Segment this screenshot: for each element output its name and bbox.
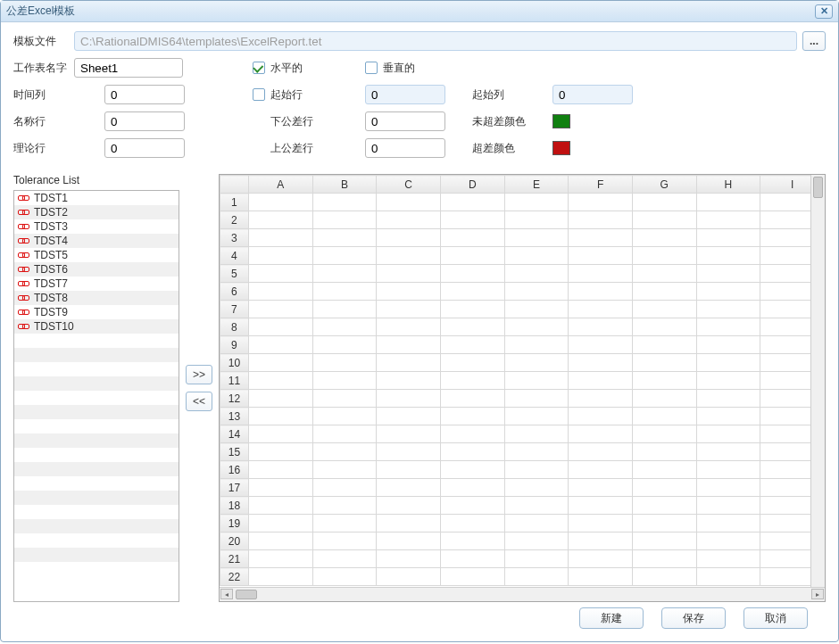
tolerance-list-item[interactable]: TDST7 [14,277,179,291]
cell[interactable] [632,461,696,479]
cell[interactable] [696,390,760,408]
cell[interactable] [504,336,569,354]
row-header[interactable]: 17 [220,479,249,497]
cell[interactable] [569,283,633,301]
row-header[interactable]: 11 [220,372,249,390]
column-header[interactable]: F [569,176,633,194]
cell[interactable] [569,265,633,283]
cell[interactable] [569,497,633,515]
start-row-input[interactable] [365,85,445,104]
cell[interactable] [632,443,696,461]
row-header[interactable]: 22 [220,568,249,586]
tolerance-list-item[interactable]: TDST6 [14,262,179,277]
cell[interactable] [440,497,504,515]
cell[interactable] [696,533,760,550]
row-header[interactable]: 10 [220,354,249,372]
spreadsheet[interactable]: ABCDEFGHI1234567891011121314151617181920… [219,174,826,602]
name-row-input[interactable] [104,111,185,131]
cell[interactable] [696,550,760,568]
spreadsheet-table[interactable]: ABCDEFGHI1234567891011121314151617181920… [220,175,825,586]
cell[interactable] [312,354,377,372]
cell[interactable] [632,336,696,354]
sheet-name-input[interactable] [74,58,183,78]
in-tol-color-swatch[interactable] [552,114,570,128]
cell[interactable] [248,372,312,390]
row-header[interactable]: 14 [220,425,249,443]
cell[interactable] [632,568,696,586]
cell[interactable] [248,550,312,568]
cell[interactable] [440,283,504,301]
cell[interactable] [248,408,312,425]
cell[interactable] [312,497,377,515]
cell[interactable] [440,194,504,211]
cell[interactable] [377,336,441,354]
cell[interactable] [504,229,569,247]
row-header[interactable]: 16 [220,461,249,479]
cell[interactable] [504,568,569,586]
new-button[interactable]: 新建 [579,607,644,629]
row-header[interactable]: 2 [220,211,249,229]
column-header[interactable]: A [248,176,312,194]
column-header[interactable]: G [632,176,696,194]
cell[interactable] [504,283,569,301]
cell[interactable] [569,301,633,318]
cell[interactable] [569,354,633,372]
cell[interactable] [440,336,504,354]
cell[interactable] [248,533,312,550]
tolerance-list-item[interactable]: TDST9 [14,305,179,319]
cell[interactable] [440,533,504,550]
cell[interactable] [312,265,377,283]
lower-tol-input[interactable] [365,111,445,131]
cell[interactable] [632,425,696,443]
row-header[interactable]: 5 [220,265,249,283]
cell[interactable] [377,372,441,390]
row-header[interactable]: 3 [220,229,249,247]
column-header[interactable]: H [696,176,760,194]
row-header[interactable]: 20 [220,533,249,550]
cell[interactable] [248,194,312,211]
row-header[interactable]: 21 [220,550,249,568]
cell[interactable] [248,211,312,229]
cell[interactable] [377,461,441,479]
cell[interactable] [440,229,504,247]
cell[interactable] [696,461,760,479]
cell[interactable] [377,229,441,247]
cell[interactable] [569,372,633,390]
cell[interactable] [248,515,312,533]
cell[interactable] [248,354,312,372]
browse-button[interactable]: ... [802,31,826,51]
cell[interactable] [248,318,312,336]
cell[interactable] [632,515,696,533]
cell[interactable] [377,318,441,336]
corner-cell[interactable] [220,176,249,194]
cell[interactable] [377,211,441,229]
vertical-scroll-thumb[interactable] [813,177,823,198]
cell[interactable] [504,533,569,550]
add-button[interactable]: >> [186,365,212,384]
cell[interactable] [632,211,696,229]
cell[interactable] [377,568,441,586]
cell[interactable] [312,301,377,318]
cell[interactable] [248,425,312,443]
cell[interactable] [377,265,441,283]
cell[interactable] [440,515,504,533]
save-button[interactable]: 保存 [661,607,726,629]
cancel-button[interactable]: 取消 [743,607,808,629]
row-header[interactable]: 9 [220,336,249,354]
cell[interactable] [440,550,504,568]
cell[interactable] [696,443,760,461]
cell[interactable] [504,443,569,461]
cell[interactable] [440,265,504,283]
spreadsheet-body[interactable]: ABCDEFGHI1234567891011121314151617181920… [220,175,825,587]
tolerance-list-item[interactable]: TDST3 [14,219,179,234]
cell[interactable] [569,194,633,211]
cell[interactable] [504,318,569,336]
cell[interactable] [440,372,504,390]
cell[interactable] [569,211,633,229]
cell[interactable] [569,229,633,247]
cell[interactable] [440,461,504,479]
cell[interactable] [569,550,633,568]
out-tol-color-swatch[interactable] [552,141,570,155]
cell[interactable] [248,443,312,461]
cell[interactable] [377,283,441,301]
